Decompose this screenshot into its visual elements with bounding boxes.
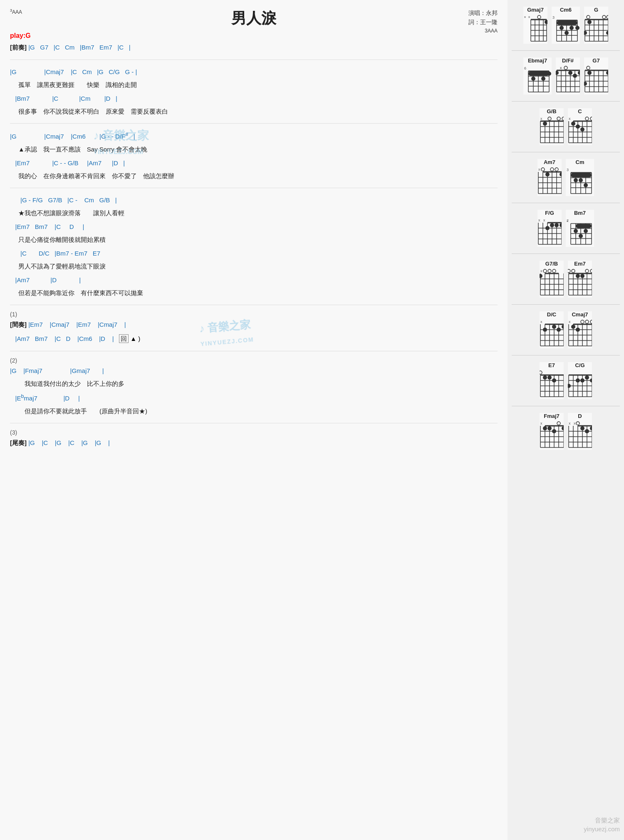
interlude-chords: [間奏] |Em7 |Cmaj7 |Em7 |Cmaj7 |: [10, 318, 498, 331]
section-verse1: |G |Cmaj7 |C Cm |G C/G G - | 孤單 讓黑夜更難捱 快…: [10, 66, 498, 124]
svg-point-291: [590, 378, 592, 383]
chord-fg: F/G x x: [537, 210, 562, 247]
svg-point-132: [550, 168, 554, 171]
svg-point-275: [552, 378, 556, 383]
svg-point-273: [543, 375, 547, 380]
svg-point-211: [568, 269, 570, 273]
chord-dc: D/C x: [540, 311, 564, 348]
svg-point-306: [547, 426, 552, 430]
chorus4-chords: |Am7 |D |: [10, 274, 498, 286]
chord-gmaj7: Gmaj7 x x: [523, 7, 547, 44]
svg-text:x: x: [538, 218, 540, 222]
svg-text:x: x: [569, 117, 571, 121]
verse1b-lyrics: 很多事 你不說我從來不明白 原來愛 需要反覆表白: [10, 107, 498, 117]
verse1b-chords: |Bm7 |C |Cm |D |: [10, 92, 498, 105]
chorus-lyrics: ★我也不想讓眼淚滑落 讓別人看輕: [10, 208, 498, 218]
svg-point-308: [562, 426, 564, 430]
svg-point-311: [576, 422, 579, 425]
svg-text:x: x: [540, 269, 542, 273]
svg-point-34: [607, 15, 608, 19]
header-area: 3AAA 男人淚 演唱：永邦 詞：王一隆 3AAA: [10, 8, 498, 29]
chord-cm6: Cm6 3: [552, 7, 580, 44]
right-info: 演唱：永邦 詞：王一隆 3AAA: [468, 8, 498, 35]
svg-point-247: [590, 320, 592, 323]
section-num3: (3) [尾奏] |G |C |G |C |G |G |: [10, 429, 498, 455]
svg-text:x: x: [567, 219, 568, 223]
svg-point-145: [545, 172, 550, 176]
svg-point-79: [573, 74, 577, 78]
svg-point-246: [585, 320, 589, 323]
svg-point-288: [576, 378, 580, 383]
section-verse2: |G |Cmaj7 |Cm6 |G - - D/F# | ▲承認 我一直不應該 …: [10, 129, 498, 188]
svg-point-100: [562, 117, 564, 120]
svg-point-28: [560, 26, 564, 30]
svg-point-94: [584, 82, 587, 86]
svg-text:x: x: [569, 421, 571, 425]
chord-fmaj7: Fmaj7 x: [540, 413, 564, 450]
chorus3-lyrics: 男人不該為了愛輕易地流下眼淚: [10, 261, 498, 271]
svg-point-176: [550, 223, 554, 227]
svg-point-323: [580, 426, 584, 430]
svg-point-197: [548, 269, 551, 273]
chord-e7: E7: [540, 362, 564, 399]
svg-point-32: [587, 15, 590, 19]
svg-point-261: [540, 371, 542, 374]
svg-point-210: [540, 274, 542, 278]
chord-am7: Am7 x: [537, 159, 562, 196]
svg-point-82: [587, 66, 590, 70]
svg-point-31: [575, 26, 579, 30]
svg-point-245: [581, 320, 584, 323]
svg-point-259: [571, 325, 575, 329]
chorus2-lyrics: 只是心痛從你離開後就開始累積: [10, 235, 498, 245]
num2-label: (2): [10, 357, 498, 364]
outro-chords: [尾奏] |G |C |G |C |G |G |: [10, 437, 498, 449]
svg-point-305: [543, 426, 547, 430]
chord-c: C x: [568, 108, 592, 145]
chord-cmaj7: Cmaj7 x: [568, 311, 592, 348]
svg-point-48: [606, 31, 608, 35]
song-title: 男人淚: [10, 8, 498, 29]
svg-point-78: [568, 71, 572, 75]
svg-point-13: [537, 15, 541, 19]
svg-text:x: x: [574, 421, 576, 425]
svg-point-114: [585, 117, 589, 120]
verse2b-lyrics: 我的心 在你身邊賴著不肯回來 你不愛了 他該怎麼辦: [10, 171, 498, 181]
svg-point-161: [584, 183, 588, 187]
num1-label: (1): [10, 311, 498, 318]
chord-d: D x x: [568, 413, 592, 450]
section-chorus: |G - F/G G7/B |C - Cm G/B | ★我也不想讓眼淚滑落 讓…: [10, 194, 498, 305]
svg-text:x: x: [524, 15, 526, 19]
right-aaa: 3AAA: [468, 27, 498, 35]
svg-text:x: x: [540, 117, 542, 121]
svg-point-131: [541, 168, 545, 171]
svg-point-127: [571, 122, 575, 126]
chord-gb: G/B x: [540, 108, 564, 145]
svg-point-178: [560, 223, 562, 227]
chord-bm7: Bm7 2 x: [566, 210, 594, 247]
svg-text:x: x: [540, 320, 542, 324]
svg-point-80: [578, 71, 580, 75]
svg-point-99: [557, 117, 560, 120]
verse2b-chords: |Em7 |C - - G/B |Am7 |D |: [10, 157, 498, 169]
svg-rect-158: [571, 173, 592, 177]
svg-rect-191: [576, 224, 592, 228]
svg-point-64: [547, 72, 551, 76]
verse1-lyrics: 孤單 讓黑夜更難捱 快樂 識相的走開: [10, 80, 498, 90]
svg-point-212: [572, 269, 575, 273]
svg-point-241: [552, 325, 556, 329]
svg-point-290: [585, 375, 589, 380]
svg-point-46: [584, 31, 587, 35]
svg-point-98: [548, 117, 551, 120]
aaa-label: 3AAA: [10, 8, 22, 15]
svg-point-63: [541, 77, 545, 81]
svg-point-128: [576, 124, 580, 129]
svg-point-260: [576, 328, 580, 332]
chord-em7: Em7: [568, 261, 592, 298]
svg-text:x: x: [538, 167, 540, 171]
svg-point-243: [562, 325, 564, 329]
svg-point-30: [570, 26, 574, 30]
svg-point-242: [557, 328, 561, 332]
svg-point-307: [552, 429, 556, 433]
svg-point-96: [606, 71, 608, 75]
verse3b-chords: |Ebmaj7 |D |: [10, 391, 498, 405]
